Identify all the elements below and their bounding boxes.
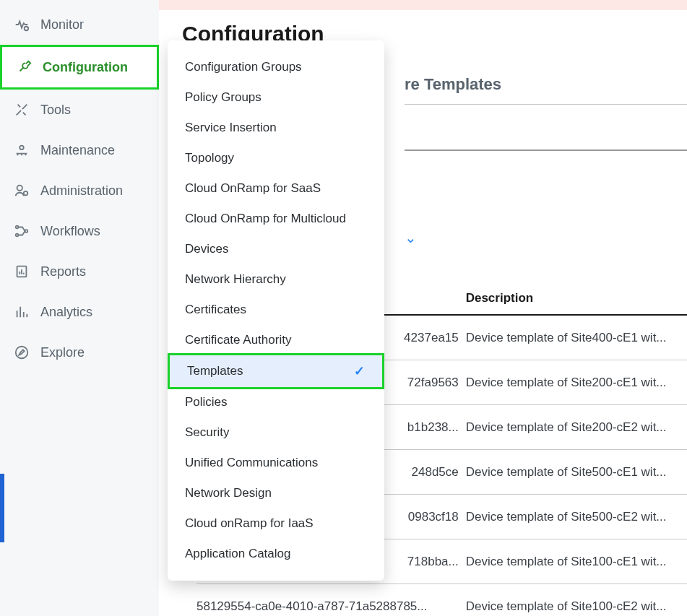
sidebar-item-analytics[interactable]: Analytics [0,292,159,332]
sidebar-item-administration[interactable]: Administration [0,170,159,211]
cell-description: Device template of Site500-cE2 wit... [466,510,687,524]
sidebar-item-monitor[interactable]: Monitor [0,4,159,45]
sidebar: Monitor Configuration Tools Maintenance … [0,0,159,616]
compass-icon [13,344,30,361]
sidebar-item-label: Reports [40,264,86,279]
dropdown-item-label: Configuration Groups [185,60,302,74]
sidebar-item-label: Configuration [43,60,128,75]
sidebar-item-label: Tools [40,103,71,118]
dropdown-item-label: Templates [187,364,243,378]
sidebar-item-label: Monitor [40,17,84,32]
sidebar-item-tools[interactable]: Tools [0,90,159,130]
dropdown-item-service-insertion[interactable]: Service Insertion [168,113,384,143]
cell-description: Device template of Site200-cE2 wit... [466,420,687,435]
svg-point-8 [16,347,28,359]
svg-point-1 [20,146,24,150]
dropdown-item-policy-groups[interactable]: Policy Groups [168,82,384,113]
dropdown-item-label: Network Design [185,486,272,500]
dropdown-item-certificate-authority[interactable]: Certificate Authority [168,325,384,355]
chevron-down-icon[interactable]: ⌄ [405,230,417,246]
dropdown-item-certificates[interactable]: Certificates [168,295,384,325]
reports-icon [13,263,30,280]
sidebar-item-label: Workflows [40,224,100,239]
dropdown-item-label: Cloud OnRamp for SaaS [185,181,321,196]
dropdown-item-cloud-onramp-for-iaas[interactable]: Cloud onRamp for IaaS [168,508,384,539]
cell-description: Device template of Site100-cE2 wit... [466,599,687,614]
svg-point-5 [16,234,19,237]
dropdown-item-templates[interactable]: Templates✓ [168,353,384,389]
dropdown-item-label: Policy Groups [185,90,262,105]
sidebar-item-label: Explore [40,345,85,360]
configuration-dropdown: Configuration GroupsPolicy GroupsService… [168,40,384,581]
svg-marker-9 [19,350,24,355]
dropdown-item-label: Cloud onRamp for IaaS [185,516,314,531]
cell-description: Device template of Site200-cE1 wit... [466,376,687,390]
sidebar-item-reports[interactable]: Reports [0,251,159,292]
cell-description: Device template of Site400-cE1 wit... [466,331,687,345]
dropdown-item-unified-communications[interactable]: Unified Communications [168,448,384,478]
dropdown-item-network-hierarchy[interactable]: Network Hierarchy [168,264,384,295]
subsection-label: re Templates [405,75,501,93]
dropdown-item-devices[interactable]: Devices [168,234,384,264]
blue-edge-indicator [0,474,4,542]
cell-id: 58129554-ca0e-4010-a787-71a5288785... [196,599,466,614]
maintenance-icon [13,142,30,159]
dropdown-item-label: Network Hierarchy [185,272,286,287]
dropdown-item-application-catalog[interactable]: Application Catalog [168,539,384,569]
cell-description: Device template of Site100-cE1 wit... [466,555,687,569]
dropdown-item-label: Unified Communications [185,456,318,470]
dropdown-item-cloud-onramp-for-multicloud[interactable]: Cloud OnRamp for Multicloud [168,204,384,234]
dropdown-item-topology[interactable]: Topology [168,143,384,173]
dropdown-item-cloud-onramp-for-saas[interactable]: Cloud OnRamp for SaaS [168,173,384,204]
sidebar-item-explore[interactable]: Explore [0,332,159,373]
monitor-icon [13,16,30,33]
check-icon: ✓ [354,363,365,379]
wrench-icon [15,58,33,76]
separator [405,104,687,105]
col-header-description: Description [466,291,687,305]
separator [405,149,687,151]
dropdown-item-label: Devices [185,242,228,256]
dropdown-item-network-design[interactable]: Network Design [168,478,384,508]
dropdown-item-label: Security [185,425,229,440]
sidebar-item-configuration[interactable]: Configuration [0,45,159,90]
dropdown-item-label: Application Catalog [185,547,290,561]
analytics-icon [13,303,30,321]
sidebar-item-label: Maintenance [40,143,115,158]
svg-point-4 [16,226,19,229]
dropdown-item-label: Cloud OnRamp for Multicloud [185,212,346,226]
sidebar-item-maintenance[interactable]: Maintenance [0,130,159,170]
sidebar-item-label: Administration [40,183,123,199]
svg-point-0 [25,27,28,31]
cell-description: Device template of Site500-cE1 wit... [466,465,687,480]
tools-icon [13,101,30,118]
dropdown-item-label: Service Insertion [185,121,277,135]
dropdown-item-configuration-groups[interactable]: Configuration Groups [168,52,384,82]
table-row[interactable]: 58129554-ca0e-4010-a787-71a5288785...Dev… [196,584,687,616]
svg-point-2 [17,186,22,191]
dropdown-item-policies[interactable]: Policies [168,387,384,417]
dropdown-item-security[interactable]: Security [168,417,384,448]
dropdown-item-label: Certificates [185,303,246,317]
sidebar-item-workflows[interactable]: Workflows [0,211,159,251]
svg-point-3 [24,191,28,196]
dropdown-item-label: Certificate Authority [185,333,291,347]
workflows-icon [13,222,30,240]
dropdown-item-label: Policies [185,395,228,409]
administration-icon [13,182,30,199]
sidebar-item-label: Analytics [40,305,92,320]
dropdown-item-label: Topology [185,151,234,165]
